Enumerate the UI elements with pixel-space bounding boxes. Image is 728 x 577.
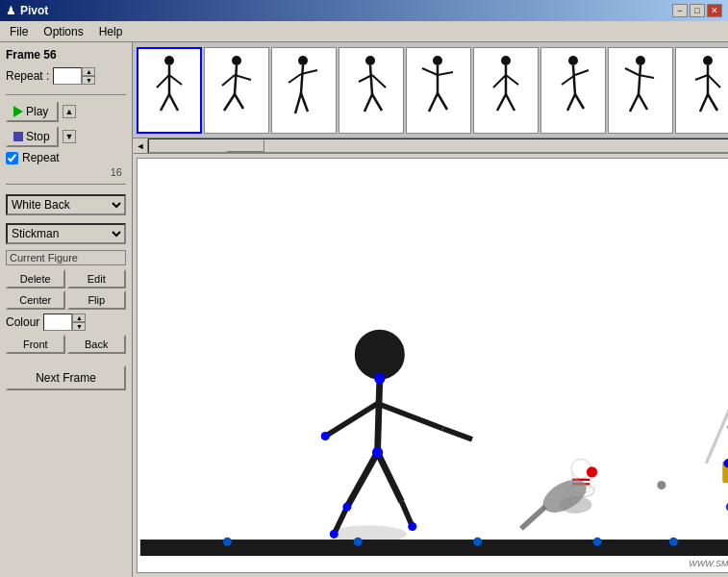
svg-line-53: [708, 94, 717, 111]
svg-line-85: [521, 507, 545, 529]
scroll-track[interactable]: [148, 138, 728, 153]
svg-line-23: [372, 94, 382, 111]
filmstrip-frame-9[interactable]: [675, 47, 728, 134]
svg-line-28: [429, 93, 438, 112]
colour-spinner[interactable]: 100 ▲ ▼: [43, 314, 86, 331]
svg-line-11: [235, 94, 243, 109]
svg-line-37: [573, 65, 575, 94]
colour-label: Colour: [6, 315, 39, 329]
svg-line-33: [506, 75, 518, 85]
canvas-area: WWW.SMALL-GAMES.INFO: [137, 158, 728, 573]
repeat-input[interactable]: 1: [53, 67, 82, 85]
colour-arrows: ▲ ▼: [72, 314, 86, 331]
svg-line-86: [706, 388, 728, 464]
svg-point-112: [473, 538, 482, 546]
title-buttons: − □ ✕: [672, 4, 722, 17]
svg-line-62: [378, 379, 380, 453]
svg-line-19: [370, 65, 372, 94]
title-bar: ♟ Pivot − □ ✕: [0, 0, 728, 21]
stickman-row: Stickman: [6, 223, 126, 244]
colour-up[interactable]: ▲: [72, 314, 86, 322]
svg-point-6: [232, 56, 241, 65]
svg-line-47: [639, 94, 647, 110]
svg-line-52: [700, 94, 708, 112]
back-button[interactable]: Back: [67, 335, 127, 354]
filmstrip-frame-8[interactable]: [608, 47, 673, 134]
svg-line-35: [506, 94, 515, 111]
play-row: Play ▲: [6, 101, 126, 122]
svg-line-46: [630, 94, 639, 112]
play-scroll-up[interactable]: ▲: [63, 105, 76, 118]
svg-point-70: [374, 373, 385, 384]
repeat-checkbox-row: Repeat: [6, 151, 126, 164]
main-container: Frame 56 Repeat : 1 ▲ ▼ Play ▲: [0, 42, 728, 577]
svg-line-63: [325, 404, 377, 437]
maximize-button[interactable]: □: [690, 4, 705, 17]
scroll-left-btn[interactable]: ◄: [133, 138, 148, 154]
svg-line-5: [169, 94, 178, 111]
svg-point-18: [365, 56, 375, 65]
play-button[interactable]: Play: [6, 101, 59, 122]
repeat-spinner[interactable]: 1 ▲ ▼: [53, 67, 95, 85]
filmstrip-frame-7[interactable]: [540, 47, 606, 134]
spinner-down[interactable]: ▼: [82, 76, 95, 85]
colour-input[interactable]: 100: [43, 314, 72, 331]
svg-point-30: [501, 56, 511, 65]
svg-line-14: [289, 74, 301, 83]
svg-line-9: [235, 75, 251, 80]
edit-button[interactable]: Edit: [67, 269, 127, 288]
svg-line-34: [497, 94, 506, 111]
scroll-thumb[interactable]: [226, 139, 264, 152]
svg-point-42: [636, 56, 645, 65]
next-frame-button[interactable]: Next Frame: [6, 365, 126, 390]
close-button[interactable]: ✕: [707, 4, 722, 17]
scene-svg: [138, 159, 728, 572]
svg-line-2: [157, 75, 169, 88]
whiteback-dropdown[interactable]: White Back: [6, 194, 126, 215]
stop-row: Stop ▼: [6, 126, 126, 147]
menu-file[interactable]: File: [4, 23, 34, 40]
svg-point-110: [223, 538, 232, 546]
filmstrip-frame-3[interactable]: [271, 47, 337, 134]
svg-line-38: [575, 70, 589, 75]
flip-button[interactable]: Flip: [67, 290, 127, 310]
filmstrip-frame-1[interactable]: [137, 47, 202, 134]
figure-buttons: Delete Edit Center Flip: [6, 269, 126, 310]
center-button[interactable]: Center: [6, 290, 65, 310]
repeat-checkbox[interactable]: [6, 152, 18, 164]
svg-point-111: [354, 538, 363, 546]
front-back-buttons: Front Back: [6, 335, 126, 354]
watermark: WWW.SMALL-GAMES.INFO: [689, 559, 728, 568]
stickman-dropdown[interactable]: Stickman: [6, 223, 126, 244]
svg-line-20: [372, 75, 386, 88]
colour-row: Colour 100 ▲ ▼: [6, 314, 126, 331]
svg-point-75: [342, 503, 351, 512]
title-text: Pivot: [20, 4, 48, 17]
menu-bar: File Options Help: [0, 21, 728, 42]
filmstrip-frame-2[interactable]: [204, 47, 269, 134]
front-button[interactable]: Front: [6, 335, 65, 354]
filmstrip-frame-5[interactable]: [406, 47, 471, 134]
minimize-button[interactable]: −: [672, 4, 688, 17]
stop-button[interactable]: Stop: [6, 126, 59, 147]
svg-line-10: [224, 94, 235, 111]
spinner-up[interactable]: ▲: [82, 67, 95, 76]
repeat-count: 16: [6, 166, 122, 178]
spinner-arrows: ▲ ▼: [82, 67, 95, 85]
delete-button[interactable]: Delete: [6, 269, 65, 288]
filmstrip: [133, 42, 728, 138]
colour-down[interactable]: ▼: [72, 322, 86, 331]
svg-line-17: [301, 93, 308, 112]
stop-scroll-down[interactable]: ▼: [63, 130, 76, 143]
svg-point-114: [669, 538, 678, 546]
svg-line-50: [708, 75, 720, 88]
filmstrip-frame-6[interactable]: [473, 47, 539, 134]
svg-line-16: [295, 93, 301, 113]
menu-options[interactable]: Options: [38, 23, 88, 40]
menu-help[interactable]: Help: [93, 23, 129, 40]
filmstrip-frame-4[interactable]: [339, 47, 404, 134]
svg-point-74: [408, 522, 416, 531]
svg-line-32: [493, 75, 506, 88]
svg-line-26: [422, 68, 438, 75]
repeat-check-label: Repeat: [22, 151, 60, 164]
